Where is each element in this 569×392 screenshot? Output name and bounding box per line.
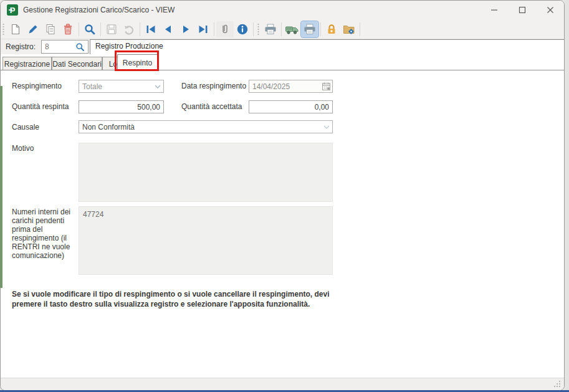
numeri-interni-textarea[interactable]: 47724 bbox=[79, 206, 333, 275]
edit-pencil-icon bbox=[27, 23, 39, 36]
copy-icon bbox=[44, 23, 57, 36]
search-icon bbox=[84, 23, 96, 36]
respinto-panel: Respingimento Totale Data respingimento … bbox=[1, 70, 564, 379]
screenshot-page: P Gestione Registrazioni Carico/Scarico … bbox=[0, 0, 569, 392]
motivo-textarea[interactable] bbox=[79, 143, 333, 202]
delete-button[interactable] bbox=[59, 21, 77, 37]
info-note: Se si vuole modificare il tipo di respin… bbox=[12, 289, 351, 309]
title-bar: P Gestione Registrazioni Carico/Scarico … bbox=[1, 1, 564, 19]
background-window-edge-left bbox=[0, 86, 2, 288]
toolbar-separator bbox=[100, 22, 101, 36]
edit-button[interactable] bbox=[24, 21, 42, 37]
toolbar-separator bbox=[320, 22, 321, 36]
info-button[interactable] bbox=[234, 21, 251, 37]
maximize-button[interactable] bbox=[508, 1, 536, 19]
printer-icon bbox=[264, 23, 277, 36]
waste-truck-button[interactable] bbox=[284, 21, 301, 37]
respingimento-value: Totale bbox=[79, 82, 152, 91]
undo-icon bbox=[123, 23, 135, 36]
toolbar-separator bbox=[360, 22, 360, 36]
nav-last-button[interactable] bbox=[194, 21, 212, 37]
close-button[interactable] bbox=[536, 1, 564, 19]
archive-settings-button[interactable] bbox=[340, 21, 358, 37]
lock-button[interactable] bbox=[323, 21, 340, 37]
tab-strip: Registrazione Dati Secondari Lotti Respi… bbox=[1, 54, 564, 70]
tab-label: Registrazione bbox=[4, 60, 50, 69]
toolbar-separator bbox=[79, 22, 79, 36]
new-document-icon bbox=[9, 23, 22, 36]
quantita-accettata-input[interactable] bbox=[249, 101, 332, 113]
copy-button[interactable] bbox=[42, 21, 59, 37]
chevron-down-icon[interactable] bbox=[152, 85, 163, 88]
nav-previous-button[interactable] bbox=[160, 21, 177, 37]
registro-input[interactable] bbox=[42, 42, 75, 51]
maximize-icon bbox=[519, 6, 526, 14]
print-button[interactable] bbox=[262, 21, 279, 37]
window-title: Gestione Registrazioni Carico/Scarico - … bbox=[23, 6, 175, 14]
quantita-respinta-input[interactable] bbox=[79, 101, 163, 113]
quantita-respinta-label: Quantità respinta bbox=[12, 102, 69, 111]
lock-icon bbox=[325, 23, 338, 36]
app-window: P Gestione Registrazioni Carico/Scarico … bbox=[0, 0, 565, 391]
tab-dati-secondari[interactable]: Dati Secondari bbox=[52, 57, 102, 70]
respingimento-dropdown[interactable]: Totale bbox=[79, 80, 164, 93]
background-window-edge-right bbox=[565, 0, 569, 392]
respingimento-label: Respingimento bbox=[12, 82, 62, 90]
chevron-down-icon[interactable] bbox=[321, 125, 332, 129]
data-respingimento-value: 14/04/2025 bbox=[249, 82, 320, 91]
nav-last-icon bbox=[197, 23, 209, 36]
nav-next-icon bbox=[179, 23, 192, 36]
nav-first-icon bbox=[145, 23, 157, 36]
causale-value: Non Conformità bbox=[79, 123, 321, 131]
status-bar bbox=[1, 378, 564, 390]
info-icon bbox=[236, 23, 249, 36]
app-logo-icon: P bbox=[7, 4, 18, 16]
trash-icon bbox=[62, 23, 74, 36]
causale-dropdown[interactable]: Non Conformità bbox=[79, 120, 333, 133]
minimize-button[interactable] bbox=[480, 1, 508, 19]
nav-previous-icon bbox=[162, 23, 175, 36]
save-icon bbox=[105, 23, 118, 36]
resize-grip-icon[interactable] bbox=[553, 380, 562, 388]
search-button[interactable] bbox=[81, 21, 98, 37]
quantita-accettata-label: Quantità accettata bbox=[181, 102, 242, 111]
registro-label: Registro: bbox=[6, 42, 36, 51]
nav-next-button[interactable] bbox=[177, 21, 194, 37]
numeri-interni-label: Numeri interni dei carichi pendenti prim… bbox=[12, 208, 82, 260]
close-icon bbox=[547, 6, 554, 14]
search-lookup-icon[interactable] bbox=[75, 42, 85, 52]
numeri-interni-value: 47724 bbox=[83, 210, 103, 219]
paperclip-icon bbox=[219, 23, 231, 36]
tab-registrazione[interactable]: Registrazione bbox=[2, 57, 52, 70]
registro-search-field[interactable] bbox=[41, 40, 88, 54]
new-document-button[interactable] bbox=[7, 21, 24, 37]
save-button[interactable] bbox=[103, 21, 120, 37]
toolbar-separator bbox=[140, 22, 140, 36]
waste-truck-icon bbox=[285, 23, 300, 36]
attachment-button[interactable] bbox=[216, 21, 234, 37]
quantita-accettata-field[interactable] bbox=[249, 100, 333, 113]
causale-label: Causale bbox=[12, 123, 39, 131]
registro-row: Registro: Registro Produzione bbox=[1, 39, 564, 54]
toolbar-separator bbox=[281, 22, 282, 36]
folder-gear-icon bbox=[342, 23, 356, 36]
undo-button[interactable] bbox=[120, 21, 138, 37]
data-respingimento-field[interactable]: 14/04/2025 bbox=[249, 80, 333, 93]
nav-first-button[interactable] bbox=[142, 21, 160, 37]
tab-respinto[interactable]: Respinto bbox=[117, 54, 158, 70]
minimize-icon bbox=[490, 6, 498, 14]
motivo-label: Motivo bbox=[12, 144, 34, 153]
quantita-respinta-field[interactable] bbox=[79, 100, 164, 113]
print-registry-button[interactable] bbox=[301, 21, 318, 37]
toolbar bbox=[1, 19, 564, 39]
toolbar-separator bbox=[253, 22, 254, 36]
calendar-icon[interactable] bbox=[320, 82, 332, 90]
toolbar-separator bbox=[214, 22, 214, 36]
toolbar-grip[interactable] bbox=[2, 22, 5, 36]
registro-frame-label: Registro Produzione bbox=[95, 42, 163, 50]
data-respingimento-label: Data respingimento bbox=[181, 82, 246, 90]
tab-label: Dati Secondari bbox=[52, 60, 102, 69]
toolbar-grip[interactable] bbox=[257, 22, 260, 36]
printer-active-icon bbox=[303, 23, 317, 36]
tab-label: Respinto bbox=[123, 59, 152, 67]
